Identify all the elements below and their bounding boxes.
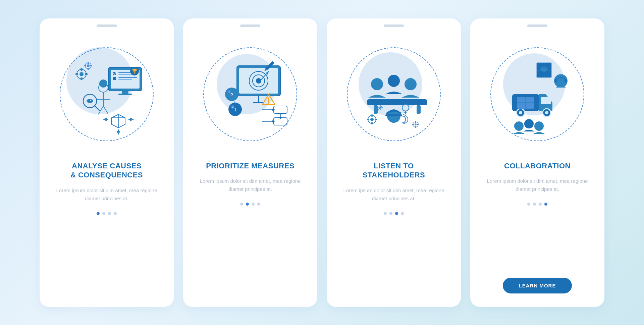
- svg-point-70: [371, 78, 383, 90]
- dot-2-3: [252, 203, 255, 206]
- svg-text:1: 1: [234, 107, 236, 112]
- svg-rect-93: [415, 121, 416, 123]
- svg-rect-94: [415, 126, 416, 128]
- dot-2-2: [246, 203, 249, 206]
- svg-wrap-2: 1 ✓ 2 ✓: [200, 44, 301, 145]
- dot-1-4: [114, 212, 117, 215]
- svg-point-29: [79, 72, 84, 76]
- illustration-svg-3: [347, 47, 441, 141]
- card-text-3: Lorem ipsum dolor sit dim amet, mea regi…: [339, 186, 449, 203]
- svg-rect-95: [412, 124, 414, 125]
- svg-rect-2: [113, 72, 116, 75]
- dots-3: [384, 212, 404, 215]
- svg-rect-80: [371, 114, 373, 117]
- card-text-4: Lorem ipsum dolor sit dim amet, mea regi…: [482, 177, 592, 193]
- svg-point-35: [87, 64, 90, 67]
- dot-3-3: [395, 212, 398, 215]
- dot-3-2: [389, 212, 392, 215]
- card-prioritize: 1 ✓ 2 ✓: [183, 18, 317, 307]
- svg-text:✓: ✓: [232, 106, 234, 108]
- dot-1-2: [102, 212, 105, 215]
- dot-2-4: [257, 203, 260, 206]
- svg-point-114: [514, 121, 524, 131]
- card-stakeholders: LISTEN TO STAKEHOLDERS Lorem ipsum dolor…: [327, 18, 461, 307]
- svg-rect-96: [417, 124, 419, 125]
- svg-rect-75: [417, 105, 421, 114]
- svg-rect-12: [122, 91, 128, 94]
- svg-rect-81: [371, 122, 373, 124]
- dots-2: [240, 203, 260, 206]
- svg-point-61: [268, 102, 269, 104]
- svg-rect-37: [88, 68, 89, 70]
- svg-rect-73: [367, 99, 427, 105]
- card-title-2: PRIORITIZE MEASURES: [206, 161, 294, 171]
- svg-rect-109: [541, 97, 551, 104]
- svg-rect-36: [88, 62, 89, 64]
- svg-point-116: [534, 121, 544, 131]
- svg-line-15: [95, 106, 99, 110]
- dot-1-1: [97, 212, 100, 215]
- svg-point-92: [415, 123, 417, 125]
- svg-rect-98: [555, 79, 557, 83]
- illustration-area-1: 🏆: [40, 27, 174, 161]
- svg-point-72: [405, 78, 417, 90]
- svg-point-105: [545, 111, 548, 114]
- learn-more-button[interactable]: LEARN MORE: [503, 278, 572, 293]
- svg-point-24: [99, 79, 107, 88]
- svg-rect-38: [84, 65, 86, 66]
- dot-3-4: [401, 212, 404, 215]
- dot-4-3: [539, 203, 542, 206]
- svg-point-71: [388, 75, 400, 87]
- svg-rect-8: [118, 77, 137, 78]
- card-title-1: ANALYSE CAUSES & CONSEQUENCES: [70, 161, 143, 180]
- svg-rect-33: [85, 73, 88, 75]
- svg-point-44: [256, 78, 261, 84]
- svg-rect-9: [118, 79, 132, 80]
- svg-rect-83: [375, 119, 377, 120]
- svg-point-103: [519, 111, 522, 114]
- svg-text:✓: ✓: [228, 91, 230, 93]
- card-text-2: Lorem ipsum dolor sit dim amet, mea regi…: [195, 177, 305, 193]
- cards-container: 🏆: [26, 5, 618, 320]
- dot-4-2: [533, 203, 536, 206]
- dots-4: [527, 203, 547, 206]
- card-body-3: LISTEN TO STAKEHOLDERS Lorem ipsum dolor…: [327, 161, 461, 293]
- dot-4-4: [544, 203, 547, 206]
- card-body-4: COLLABORATION Lorem ipsum dolor sit dim …: [470, 161, 604, 293]
- svg-rect-62: [274, 106, 287, 113]
- card-text-1: Lorem ipsum dolor sit dim amet, mea regi…: [52, 186, 162, 203]
- illustration-svg-1: 🏆: [60, 47, 154, 141]
- svg-rect-77: [385, 114, 402, 116]
- svg-rect-31: [80, 77, 83, 80]
- card-analyse: 🏆: [40, 18, 174, 307]
- dot-2-1: [240, 203, 243, 206]
- svg-point-18: [90, 100, 91, 101]
- svg-point-79: [370, 118, 374, 121]
- svg-wrap-4: [487, 44, 588, 145]
- svg-rect-82: [367, 119, 369, 120]
- card-title-3: LISTEN TO STAKEHOLDERS: [363, 161, 425, 180]
- svg-rect-39: [90, 65, 92, 66]
- svg-rect-32: [75, 73, 78, 75]
- illustration-svg-4: [490, 47, 584, 141]
- svg-rect-5: [113, 77, 116, 80]
- illustration-svg-2: 1 ✓ 2 ✓: [203, 47, 297, 141]
- svg-rect-74: [374, 105, 378, 114]
- card-body-2: PRIORITIZE MEASURES Lorem ipsum dolor si…: [183, 161, 317, 293]
- svg-rect-30: [80, 68, 83, 71]
- card-collaboration: COLLABORATION Lorem ipsum dolor sit dim …: [470, 18, 604, 307]
- dots-1: [97, 212, 117, 215]
- svg-wrap-3: [343, 44, 444, 145]
- card-title-4: COLLABORATION: [504, 161, 571, 171]
- svg-rect-99: [565, 79, 567, 83]
- card-body-1: ANALYSE CAUSES & CONSEQUENCES Lorem ipsu…: [40, 161, 174, 293]
- illustration-area-4: [470, 27, 604, 161]
- svg-wrap-1: 🏆: [56, 44, 157, 145]
- illustration-area-3: [327, 27, 461, 161]
- svg-rect-7: [118, 74, 132, 75]
- svg-text:🏆: 🏆: [132, 68, 138, 74]
- svg-point-115: [524, 119, 534, 128]
- svg-line-23: [103, 106, 108, 114]
- illustration-area-2: 1 ✓ 2 ✓: [183, 27, 317, 161]
- dot-4-1: [527, 203, 530, 206]
